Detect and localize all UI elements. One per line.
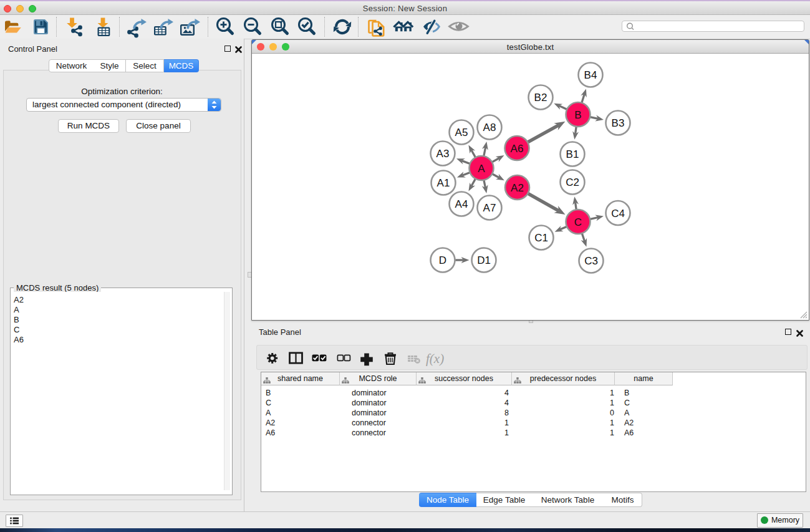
svg-text:A3: A3 (436, 148, 450, 160)
svg-text:B: B (574, 109, 581, 121)
svg-text:B2: B2 (534, 92, 547, 104)
svg-text:A4: A4 (455, 198, 468, 210)
svg-text:C4: C4 (611, 208, 625, 220)
svg-text:C2: C2 (566, 177, 579, 188)
svg-text:f(x): f(x) (426, 351, 444, 366)
svg-text:C3: C3 (584, 255, 598, 267)
svg-text:D: D (439, 254, 446, 266)
svg-text:A1: A1 (437, 177, 450, 189)
svg-text:A: A (478, 163, 485, 175)
svg-text:B4: B4 (584, 69, 597, 81)
svg-text:A8: A8 (483, 122, 496, 133)
svg-text:B3: B3 (612, 117, 625, 129)
svg-text:B1: B1 (566, 148, 579, 160)
svg-text:D1: D1 (477, 254, 491, 266)
svg-text:A7: A7 (483, 202, 496, 214)
svg-text:A5: A5 (455, 127, 468, 138)
svg-text:C: C (574, 216, 582, 228)
svg-text:A6: A6 (511, 143, 524, 155)
svg-text:C1: C1 (534, 232, 548, 244)
svg-text:A2: A2 (511, 182, 524, 194)
